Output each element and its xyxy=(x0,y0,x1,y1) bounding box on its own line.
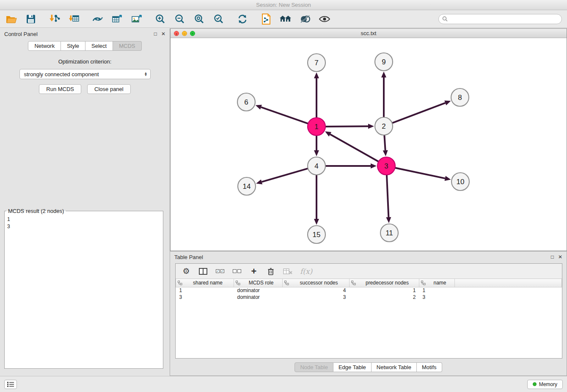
refresh-button[interactable] xyxy=(236,13,249,25)
table-toolbar: ⚙ ✓✓ + xyxy=(176,264,562,279)
tab-motifs[interactable]: Motifs xyxy=(417,362,442,372)
delete-column-button[interactable] xyxy=(266,266,275,276)
memory-button[interactable]: Memory xyxy=(527,380,563,389)
graph-edge-3-10[interactable] xyxy=(394,168,445,178)
graph-edge-2-8[interactable] xyxy=(391,103,446,123)
export-network-button[interactable] xyxy=(91,13,104,25)
control-panel-close-button[interactable]: ✕ xyxy=(161,31,165,37)
graph-arrowhead xyxy=(314,72,319,78)
column-header-predecessor-nodes[interactable]: predecessor nodes xyxy=(350,279,419,287)
delete-table-button[interactable] xyxy=(283,266,292,276)
graph-node-label: 15 xyxy=(313,231,321,239)
home-button[interactable] xyxy=(279,13,292,25)
cell-name[interactable]: 3 xyxy=(419,294,455,301)
zoom-selected-button[interactable] xyxy=(212,13,225,25)
export-table-icon xyxy=(112,14,123,24)
graph-node-label: 11 xyxy=(385,229,393,237)
tab-network-table[interactable]: Network Table xyxy=(372,362,417,372)
graph-arrowhead xyxy=(386,217,391,223)
show-columns-button[interactable] xyxy=(198,266,208,276)
close-panel-button[interactable]: Close panel xyxy=(87,84,131,94)
tab-edge-table[interactable]: Edge Table xyxy=(333,362,372,372)
network-window-titlebar[interactable]: x − + scc.txt xyxy=(171,29,567,38)
cell-shared-name[interactable]: 1 xyxy=(176,287,234,294)
graph-edge-3-1[interactable] xyxy=(330,134,379,162)
network-canvas[interactable]: 7968124314101511 xyxy=(171,38,567,251)
tab-node-table[interactable]: Node Table xyxy=(295,362,333,372)
table-row[interactable]: 1 dominator 4 1 1 xyxy=(176,287,562,294)
cell-mcds-role[interactable]: dominator xyxy=(234,287,283,294)
deselect-all-button[interactable] xyxy=(232,266,242,276)
graph-edge-1-6[interactable] xyxy=(261,107,309,124)
graph-arrowhead xyxy=(445,176,451,181)
import-table-button[interactable] xyxy=(68,13,80,25)
open-session-button[interactable] xyxy=(5,13,18,25)
graph-arrowhead xyxy=(256,105,262,110)
task-history-button[interactable] xyxy=(4,380,17,389)
graph-arrowhead xyxy=(371,163,377,168)
graph-edge-4-14[interactable] xyxy=(262,168,309,182)
tab-network[interactable]: Network xyxy=(28,41,61,51)
export-network-icon xyxy=(92,14,103,24)
table-panel: Table Panel □ ✕ ⚙ ✓✓ xyxy=(170,251,567,376)
cell-name[interactable]: 1 xyxy=(419,287,455,294)
zoom-fit-button[interactable] xyxy=(193,13,206,25)
chevron-updown-icon: ▲▼ xyxy=(144,72,148,76)
table-panel-float-button[interactable]: □ xyxy=(551,254,554,260)
tab-style[interactable]: Style xyxy=(61,41,85,51)
network-window: x − + scc.txt 7968124314101511 xyxy=(170,28,567,251)
graph-arrowhead xyxy=(368,124,374,129)
run-mcds-button[interactable]: Run MCDS xyxy=(39,84,81,94)
graph-edge-3-11[interactable] xyxy=(387,174,389,217)
window-minimize-button[interactable]: − xyxy=(182,31,187,36)
control-panel-float-button[interactable]: □ xyxy=(154,31,157,37)
gear-icon: ⚙ xyxy=(182,266,190,276)
node-table-container: ⚙ ✓✓ + xyxy=(175,263,562,359)
search-box[interactable] xyxy=(438,14,562,24)
column-header-mcds-role[interactable]: MCDS role xyxy=(234,279,283,287)
table-panel-close-button[interactable]: ✕ xyxy=(558,254,562,260)
add-column-button[interactable]: + xyxy=(249,266,259,276)
graph-edge-1-2[interactable] xyxy=(325,126,368,127)
search-input[interactable] xyxy=(450,16,558,22)
column-type-icon xyxy=(421,281,426,285)
select-all-button[interactable]: ✓✓ xyxy=(215,266,225,276)
network-file-button[interactable] xyxy=(260,13,272,25)
mcds-tab-content: Optimization criterion: strongly connect… xyxy=(0,51,170,94)
style-button[interactable] xyxy=(299,13,311,25)
control-panel: Control Panel □ ✕ Network Style Select M… xyxy=(0,28,170,376)
app-title: Session: New Session xyxy=(256,2,311,8)
graph-node-label: 4 xyxy=(314,162,318,170)
export-image-button[interactable] xyxy=(130,13,143,25)
task-list-icon xyxy=(7,382,14,387)
save-session-button[interactable] xyxy=(25,13,37,25)
tab-select[interactable]: Select xyxy=(85,41,113,51)
table-settings-button[interactable]: ⚙ xyxy=(182,266,191,276)
cell-shared-name[interactable]: 3 xyxy=(176,294,234,301)
cell-predecessor-nodes[interactable]: 2 xyxy=(350,294,419,301)
optimization-criterion-select[interactable]: strongly connected component ▲▼ xyxy=(19,69,151,79)
graph-arrowhead xyxy=(314,219,319,225)
export-table-button[interactable] xyxy=(111,13,124,25)
graph-edge-2-3[interactable] xyxy=(384,134,385,150)
graph-node-label: 8 xyxy=(458,94,462,102)
table-row[interactable]: 3 dominator 3 2 3 xyxy=(176,294,562,301)
zoom-fit-icon xyxy=(194,14,204,24)
window-zoom-button[interactable]: + xyxy=(190,31,195,36)
graph-node-label: 14 xyxy=(243,182,251,190)
column-header-successor-nodes[interactable]: successor nodes xyxy=(283,279,350,287)
cell-predecessor-nodes[interactable]: 1 xyxy=(350,287,419,294)
cell-mcds-role[interactable]: dominator xyxy=(234,294,283,301)
mcds-result-item: 1 xyxy=(7,216,160,223)
cell-successor-nodes[interactable]: 3 xyxy=(283,294,350,301)
zoom-out-button[interactable] xyxy=(173,13,186,25)
zoom-in-button[interactable] xyxy=(154,13,167,25)
column-header-shared-name[interactable]: shared name xyxy=(176,279,234,287)
show-hide-button[interactable] xyxy=(318,13,331,25)
tab-mcds[interactable]: MCDS xyxy=(113,41,141,51)
function-builder-button[interactable]: f(x) xyxy=(300,266,312,276)
cell-successor-nodes[interactable]: 4 xyxy=(283,287,350,294)
import-network-button[interactable] xyxy=(48,13,61,25)
window-close-button[interactable]: x xyxy=(174,31,179,36)
column-header-name[interactable]: name xyxy=(419,279,455,287)
